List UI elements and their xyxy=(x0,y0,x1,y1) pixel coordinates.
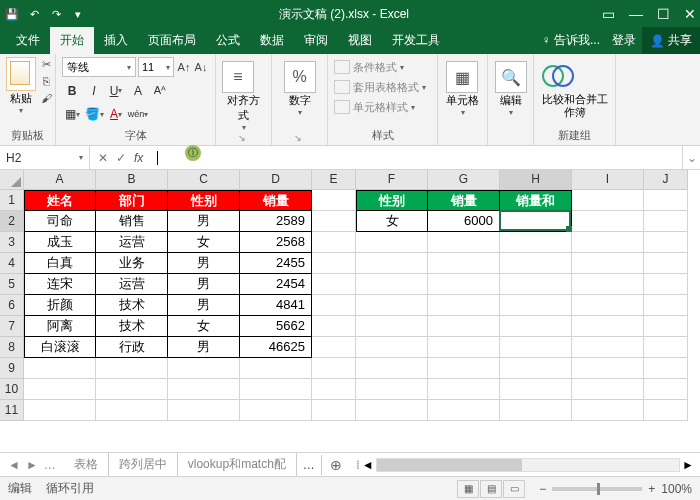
cell-D5[interactable]: 2454 xyxy=(240,274,312,295)
normal-view-icon[interactable]: ▦ xyxy=(457,480,479,498)
cell-J5[interactable] xyxy=(644,274,688,295)
cell-J6[interactable] xyxy=(644,295,688,316)
cell-F2[interactable]: 女 xyxy=(356,211,428,232)
row-header-11[interactable]: 11 xyxy=(0,400,24,421)
cell-style-button[interactable]: 单元格样式▾ xyxy=(334,97,431,117)
cell-B5[interactable]: 运营 xyxy=(96,274,168,295)
cell-J11[interactable] xyxy=(644,400,688,421)
cell-C5[interactable]: 男 xyxy=(168,274,240,295)
cell-I3[interactable] xyxy=(572,232,644,253)
sheet-tab-3[interactable]: vlookup和match配 xyxy=(178,453,297,476)
cell-I4[interactable] xyxy=(572,253,644,274)
tell-me[interactable]: ♀ 告诉我... xyxy=(536,27,606,54)
redo-icon[interactable]: ↷ xyxy=(48,6,64,22)
cell-H11[interactable] xyxy=(500,400,572,421)
cell-B9[interactable] xyxy=(96,358,168,379)
cell-A10[interactable] xyxy=(24,379,96,400)
cell-D3[interactable]: 2568 xyxy=(240,232,312,253)
cell-C8[interactable]: 男 xyxy=(168,337,240,358)
cell-A6[interactable]: 折颜 xyxy=(24,295,96,316)
cell-G11[interactable] xyxy=(428,400,500,421)
font-color-button[interactable]: A▾ xyxy=(106,104,126,124)
cell-J7[interactable] xyxy=(644,316,688,337)
cell-G3[interactable] xyxy=(428,232,500,253)
conditional-format-button[interactable]: 条件格式▾ xyxy=(334,57,431,77)
paste-button[interactable]: 粘贴 ▾ xyxy=(6,57,36,115)
cell-E11[interactable] xyxy=(312,400,356,421)
page-layout-view-icon[interactable]: ▤ xyxy=(480,480,502,498)
cell-A8[interactable]: 白滚滚 xyxy=(24,337,96,358)
cell-H10[interactable] xyxy=(500,379,572,400)
bold-button[interactable]: B xyxy=(62,81,82,101)
cell-F11[interactable] xyxy=(356,400,428,421)
cell-E9[interactable] xyxy=(312,358,356,379)
cell-G10[interactable] xyxy=(428,379,500,400)
number-launcher-icon[interactable]: ↘ xyxy=(294,133,302,143)
sheet-tab-2[interactable]: 跨列居中 xyxy=(109,453,178,476)
cell-D10[interactable] xyxy=(240,379,312,400)
cell-J1[interactable] xyxy=(644,190,688,211)
cell-C11[interactable] xyxy=(168,400,240,421)
maximize-icon[interactable]: ☐ xyxy=(657,6,670,22)
share-button[interactable]: 👤共享 xyxy=(642,27,700,54)
col-header-H[interactable]: H xyxy=(500,170,572,190)
cell-I10[interactable] xyxy=(572,379,644,400)
horizontal-scrollbar[interactable] xyxy=(376,458,680,472)
col-header-F[interactable]: F xyxy=(356,170,428,190)
cell-C9[interactable] xyxy=(168,358,240,379)
col-header-A[interactable]: A xyxy=(24,170,96,190)
row-header-9[interactable]: 9 xyxy=(0,358,24,379)
ribbon-options-icon[interactable]: ▭ xyxy=(602,6,615,22)
cell-D4[interactable]: 2455 xyxy=(240,253,312,274)
name-box[interactable]: H2▾ xyxy=(0,146,90,169)
row-header-7[interactable]: 7 xyxy=(0,316,24,337)
cell-E3[interactable] xyxy=(312,232,356,253)
cell-I1[interactable] xyxy=(572,190,644,211)
cell-E4[interactable] xyxy=(312,253,356,274)
row-header-5[interactable]: 5 xyxy=(0,274,24,295)
cell-B1[interactable]: 部门 xyxy=(96,190,168,211)
cell-C1[interactable]: 性别 xyxy=(168,190,240,211)
col-header-G[interactable]: G xyxy=(428,170,500,190)
underline-button[interactable]: U▾ xyxy=(106,81,126,101)
border-button[interactable]: ▦▾ xyxy=(62,104,82,124)
cell-D6[interactable]: 4841 xyxy=(240,295,312,316)
save-icon[interactable]: 💾 xyxy=(4,6,20,22)
col-header-B[interactable]: B xyxy=(96,170,168,190)
cell-F4[interactable] xyxy=(356,253,428,274)
cell-J2[interactable] xyxy=(644,211,688,232)
cell-A2[interactable]: 司命 xyxy=(24,211,96,232)
cell-B2[interactable]: 销售 xyxy=(96,211,168,232)
col-header-C[interactable]: C xyxy=(168,170,240,190)
sheet-ellipsis-left[interactable]: … xyxy=(44,458,56,472)
cell-H6[interactable] xyxy=(500,295,572,316)
cell-E7[interactable] xyxy=(312,316,356,337)
login-button[interactable]: 登录 xyxy=(606,27,642,54)
cut-icon[interactable]: ✂ xyxy=(38,57,54,71)
cell-A1[interactable]: 姓名 xyxy=(24,190,96,211)
cell-D2[interactable]: 2589 xyxy=(240,211,312,232)
tab-formula[interactable]: 公式 xyxy=(206,27,250,54)
cell-A9[interactable] xyxy=(24,358,96,379)
hscroll-left-icon[interactable]: ◄ xyxy=(362,458,374,472)
cell-B3[interactable]: 运营 xyxy=(96,232,168,253)
tab-layout[interactable]: 页面布局 xyxy=(138,27,206,54)
alignment-button[interactable]: ≡ 对齐方式▾ xyxy=(222,57,265,132)
cell-H7[interactable] xyxy=(500,316,572,337)
cancel-edit-icon[interactable]: ✕ xyxy=(98,151,108,165)
cell-G1[interactable]: 销量 xyxy=(428,190,500,211)
cell-G9[interactable] xyxy=(428,358,500,379)
cell-J9[interactable] xyxy=(644,358,688,379)
sheet-next-icon[interactable]: ► xyxy=(26,458,38,472)
italic-button[interactable]: I xyxy=(84,81,104,101)
cell-H9[interactable] xyxy=(500,358,572,379)
add-sheet-icon[interactable]: ⊕ xyxy=(322,457,350,473)
cell-H2[interactable] xyxy=(500,211,572,232)
tab-file[interactable]: 文件 xyxy=(6,27,50,54)
minimize-icon[interactable]: — xyxy=(629,6,643,22)
cell-G7[interactable] xyxy=(428,316,500,337)
cell-A5[interactable]: 连宋 xyxy=(24,274,96,295)
qat-more-icon[interactable]: ▾ xyxy=(70,6,86,22)
cell-J10[interactable] xyxy=(644,379,688,400)
cell-F9[interactable] xyxy=(356,358,428,379)
